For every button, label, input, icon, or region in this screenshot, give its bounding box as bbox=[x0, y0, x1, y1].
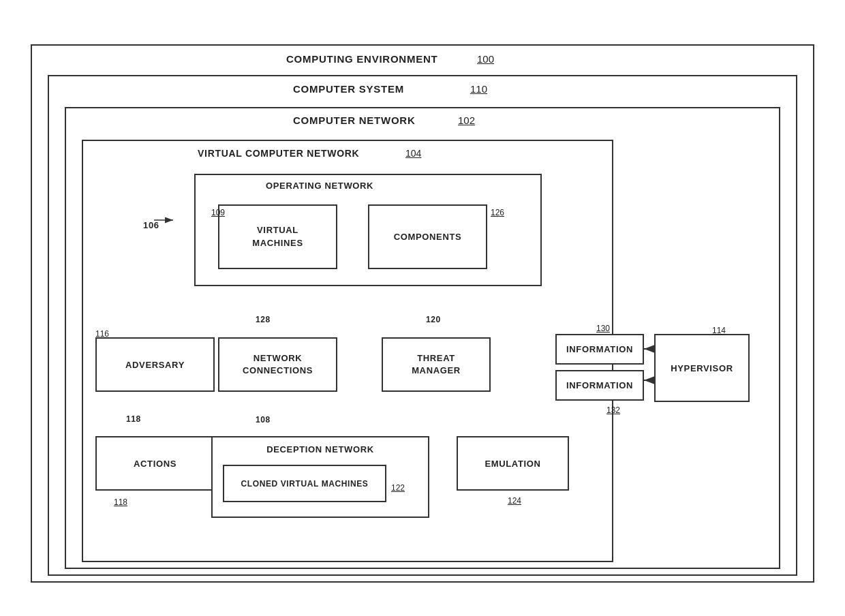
virtual-network-ref: 104 bbox=[405, 148, 421, 159]
hypervisor-box: HYPERVISOR bbox=[654, 334, 750, 402]
actions-label: ACTIONS bbox=[134, 459, 176, 469]
hypervisor-label: HYPERVISOR bbox=[671, 363, 733, 373]
adversary-ref: 116 bbox=[95, 329, 109, 339]
virtual-network-label: VIRTUAL COMPUTER NETWORK bbox=[198, 148, 359, 159]
emulation-ref: 124 bbox=[508, 496, 521, 506]
information-130-label: INFORMATION bbox=[566, 344, 633, 354]
network-connections-label: NETWORKCONNECTIONS bbox=[243, 352, 313, 377]
information-130-ref: 130 bbox=[596, 324, 610, 333]
computing-env-ref: 100 bbox=[477, 53, 494, 65]
adversary-label: ADVERSARY bbox=[125, 360, 185, 370]
deception-network-label: DECEPTION NETWORK bbox=[266, 444, 374, 455]
computer-system-ref: 110 bbox=[470, 83, 487, 95]
deception-network-box: DECEPTION NETWORK CLONED VIRTUAL MACHINE… bbox=[211, 436, 429, 518]
computer-network-label: COMPUTER NETWORK bbox=[293, 114, 416, 126]
actions-box: ACTIONS bbox=[95, 436, 215, 491]
emulation-box: EMULATION bbox=[457, 436, 569, 491]
cloned-vms-ref: 122 bbox=[391, 483, 405, 493]
ref-108: 108 bbox=[256, 415, 271, 425]
computer-system-label: COMPUTER SYSTEM bbox=[293, 83, 404, 95]
emulation-label: EMULATION bbox=[485, 459, 540, 469]
information-132-ref: 132 bbox=[606, 405, 620, 415]
components-label: COMPONENTS bbox=[394, 232, 462, 242]
components-box: COMPONENTS bbox=[368, 204, 487, 269]
ref-118: 118 bbox=[126, 414, 141, 424]
ref-120: 120 bbox=[426, 315, 441, 324]
virtual-machines-label: VIRTUALMACHINES bbox=[252, 224, 303, 249]
hypervisor-ref: 114 bbox=[712, 326, 726, 335]
cloned-vms-label: CLONED VIRTUAL MACHINES bbox=[241, 479, 369, 489]
diagram-root: COMPUTING ENVIRONMENT 100 COMPUTER SYSTE… bbox=[0, 0, 845, 616]
ref-106-arrow bbox=[154, 215, 174, 225]
virtual-machines-box: VIRTUALMACHINES bbox=[218, 204, 337, 269]
actions-ref: 118 bbox=[114, 497, 127, 507]
information-130-box: INFORMATION bbox=[555, 334, 644, 365]
ref-128: 128 bbox=[256, 315, 271, 324]
computing-env-label: COMPUTING ENVIRONMENT bbox=[286, 53, 437, 65]
network-connections-box: NETWORKCONNECTIONS bbox=[218, 337, 337, 392]
operating-network-label: OPERATING NETWORK bbox=[266, 181, 373, 191]
components-ref: 126 bbox=[491, 208, 504, 217]
cloned-vms-box: CLONED VIRTUAL MACHINES bbox=[223, 465, 386, 502]
threat-manager-box: THREATMANAGER bbox=[382, 337, 491, 392]
computer-network-ref: 102 bbox=[458, 114, 475, 126]
information-132-label: INFORMATION bbox=[566, 380, 633, 390]
threat-manager-label: THREATMANAGER bbox=[412, 352, 461, 377]
information-132-box: INFORMATION bbox=[555, 370, 644, 401]
adversary-box: ADVERSARY bbox=[95, 337, 215, 392]
virtual-machines-ref: 109 bbox=[211, 208, 225, 217]
